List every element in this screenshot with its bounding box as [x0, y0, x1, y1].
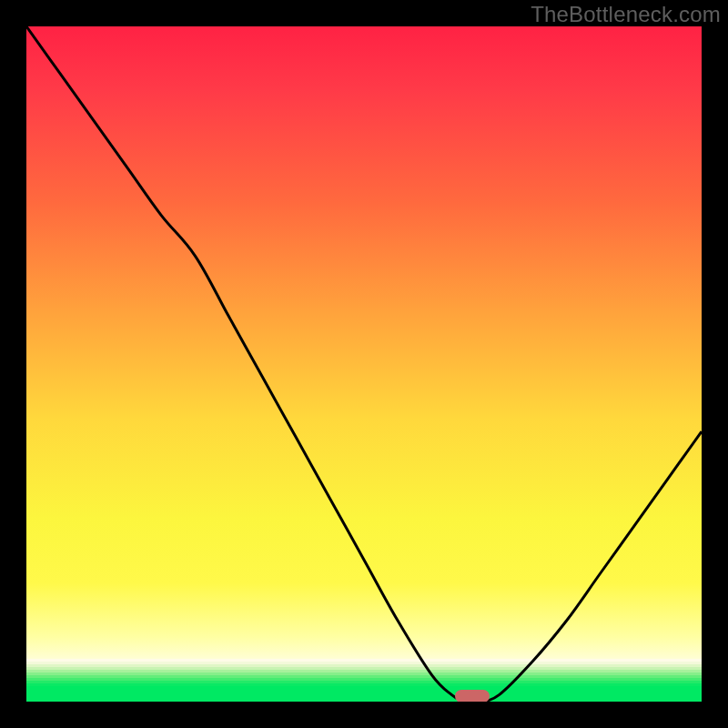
watermark-text: TheBottleneck.com — [531, 2, 721, 27]
chart-frame: TheBottleneck.com — [0, 0, 728, 728]
optimum-marker — [455, 690, 490, 702]
bottleneck-curve-path — [26, 26, 702, 702]
plot-area — [26, 26, 702, 702]
curve-svg — [26, 26, 702, 702]
